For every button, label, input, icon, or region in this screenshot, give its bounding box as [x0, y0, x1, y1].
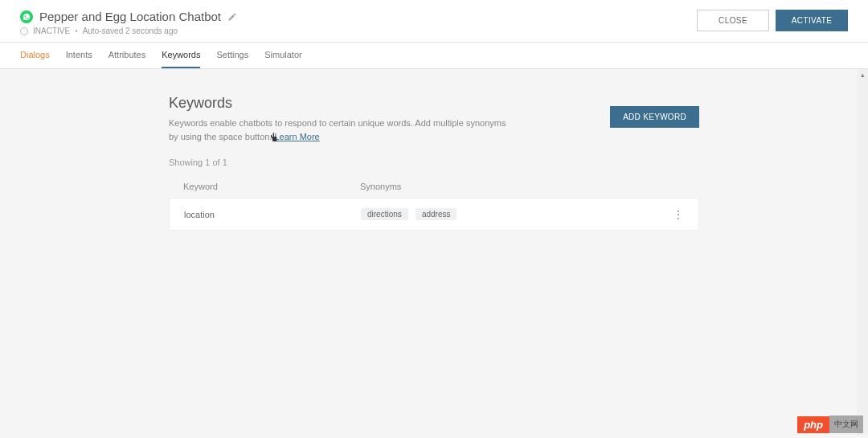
- header-right: CLOSE ACTIVATE: [697, 10, 848, 31]
- learn-more-link[interactable]: Learn More: [274, 132, 319, 141]
- tab-attributes[interactable]: Attributes: [108, 43, 145, 68]
- whatsapp-icon: [20, 10, 33, 23]
- status-indicator-icon: [20, 27, 28, 35]
- keywords-table: Keyword Synonyms location directions add…: [169, 175, 699, 231]
- section-header: Keywords Keywords enable chatbots to res…: [169, 95, 699, 143]
- row-menu-icon[interactable]: ⋮: [660, 209, 684, 220]
- header-left: Pepper and Egg Location Chatbot INACTIVE…: [20, 10, 237, 35]
- tab-simulator[interactable]: Simulator: [264, 43, 301, 68]
- table-header: Keyword Synonyms: [169, 175, 699, 198]
- column-header-actions: [661, 182, 685, 191]
- table-row[interactable]: location directions address ⋮: [169, 198, 699, 231]
- synonym-chip[interactable]: address: [416, 208, 457, 220]
- scrollbar-up-icon[interactable]: ▴: [857, 69, 868, 80]
- showing-count: Showing 1 of 1: [169, 158, 699, 167]
- tab-settings[interactable]: Settings: [216, 43, 248, 68]
- tab-keywords[interactable]: Keywords: [162, 43, 200, 68]
- watermark-left: php: [797, 416, 829, 433]
- watermark-right: 中文网: [829, 415, 863, 433]
- tab-bar: Dialogs Intents Attributes Keywords Sett…: [0, 43, 868, 69]
- scrollbar-track[interactable]: ▴: [857, 69, 868, 435]
- content-scroll-area[interactable]: ▴ Keywords Keywords enable chatbots to r…: [0, 69, 868, 435]
- close-button[interactable]: CLOSE: [697, 10, 769, 31]
- section-left: Keywords Keywords enable chatbots to res…: [169, 95, 506, 143]
- separator-dot: •: [75, 27, 78, 35]
- synonym-chip[interactable]: directions: [361, 208, 408, 220]
- section-description: Keywords enable chatbots to respond to c…: [169, 117, 506, 143]
- cell-keyword: location: [184, 210, 361, 219]
- watermark: php 中文网: [797, 415, 863, 433]
- page-title: Pepper and Egg Location Chatbot: [39, 10, 221, 23]
- edit-icon[interactable]: [227, 12, 237, 22]
- add-keyword-button[interactable]: ADD KEYWORD: [610, 106, 699, 128]
- main-content: Keywords Keywords enable chatbots to res…: [169, 69, 699, 256]
- subtitle-row: INACTIVE • Auto-saved 2 seconds ago: [20, 27, 237, 35]
- tab-intents[interactable]: Intents: [66, 43, 92, 68]
- section-description-text: Keywords enable chatbots to respond to c…: [169, 118, 506, 141]
- tab-dialogs[interactable]: Dialogs: [20, 43, 50, 68]
- status-text: INACTIVE: [33, 27, 70, 35]
- autosave-text: Auto-saved 2 seconds ago: [83, 27, 178, 35]
- column-header-keyword: Keyword: [183, 182, 360, 191]
- title-row: Pepper and Egg Location Chatbot: [20, 10, 237, 23]
- cell-synonyms: directions address: [361, 208, 660, 220]
- column-header-synonyms: Synonyms: [360, 182, 661, 191]
- section-title: Keywords: [169, 95, 506, 112]
- activate-button[interactable]: ACTIVATE: [776, 10, 848, 31]
- app-header: Pepper and Egg Location Chatbot INACTIVE…: [0, 0, 868, 43]
